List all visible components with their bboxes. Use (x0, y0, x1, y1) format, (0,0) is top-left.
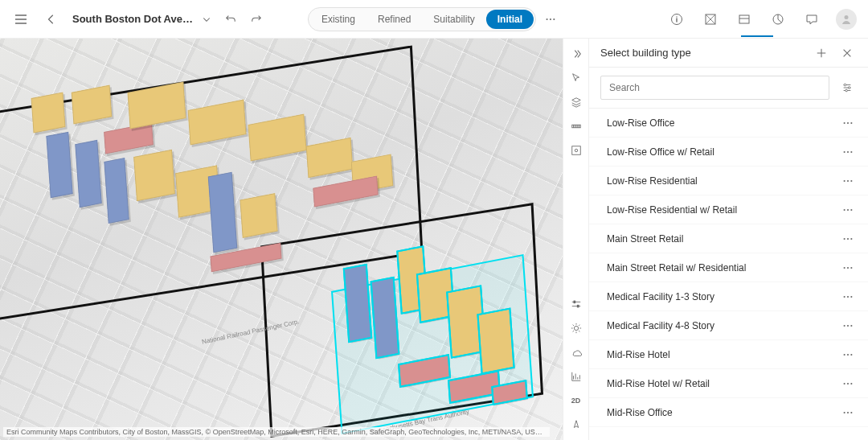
info-icon[interactable] (667, 10, 686, 29)
list-item[interactable]: Main Street Retail (589, 224, 868, 253)
collapse-panel-icon[interactable] (565, 43, 588, 64)
list-item[interactable]: Mid-Rise Office (589, 398, 868, 427)
user-avatar[interactable] (836, 9, 857, 30)
more-icon[interactable] (839, 114, 857, 132)
svg-point-13 (574, 326, 578, 330)
segment-group: Existing Refined Suitability Initial (308, 7, 536, 31)
more-icon[interactable] (839, 143, 857, 161)
close-icon[interactable] (837, 43, 857, 63)
more-icon[interactable] (839, 317, 857, 335)
svg-point-21 (847, 150, 849, 152)
menu-icon[interactable] (11, 10, 31, 29)
building-model[interactable] (75, 140, 102, 208)
svg-rect-5 (739, 15, 749, 23)
redo-icon[interactable] (249, 10, 264, 29)
svg-point-35 (844, 295, 845, 297)
pie-chart-icon[interactable] (768, 10, 788, 29)
svg-point-22 (850, 150, 852, 152)
svg-point-26 (844, 208, 845, 210)
search-input[interactable] (600, 76, 829, 100)
panel-title: Select building type (600, 47, 812, 59)
svg-point-31 (850, 237, 852, 239)
segment-initial[interactable]: Initial (486, 10, 534, 29)
svg-point-41 (844, 353, 845, 355)
list-item[interactable]: Low-Rise Office w/ Retail (589, 138, 868, 167)
map-viewport[interactable]: National Railroad Passenger Corp. Massac… (0, 39, 563, 440)
list-item[interactable]: Low-Rise Residential (589, 167, 868, 195)
building-model-selected[interactable] (479, 310, 514, 373)
view-mode-toggle[interactable]: 2D (565, 390, 588, 411)
svg-point-43 (850, 353, 852, 355)
svg-point-2 (553, 18, 555, 19)
chart-tool-icon[interactable] (565, 366, 588, 387)
svg-point-46 (850, 382, 852, 384)
svg-point-45 (847, 382, 849, 384)
segment-refined[interactable]: Refined (366, 10, 422, 29)
daylight-tool-icon[interactable] (565, 318, 588, 339)
svg-point-27 (847, 208, 849, 210)
comment-icon[interactable] (802, 10, 821, 29)
svg-point-42 (847, 353, 849, 355)
svg-point-23 (844, 179, 845, 181)
svg-point-39 (847, 324, 849, 326)
list-item-label: Low-Rise Residential w/ Retail (607, 204, 839, 216)
plus-icon[interactable] (812, 43, 831, 63)
more-icon[interactable] (839, 201, 857, 219)
list-item[interactable]: Mid-Rise Hotel (589, 340, 868, 369)
building-model[interactable] (46, 132, 72, 199)
scenario-switcher: Existing Refined Suitability Initial (308, 7, 560, 31)
svg-point-0 (547, 18, 548, 19)
svg-point-48 (847, 411, 849, 413)
more-icon[interactable] (839, 288, 857, 306)
svg-point-25 (850, 179, 852, 181)
svg-point-30 (847, 237, 849, 239)
compass-icon[interactable] (565, 414, 588, 435)
back-icon[interactable] (42, 10, 61, 29)
svg-point-37 (850, 295, 852, 297)
sliders-icon[interactable] (837, 78, 857, 97)
list-item[interactable]: Low-Rise Residential w/ Retail (589, 195, 868, 224)
more-icon[interactable] (839, 172, 857, 190)
list-item-label: Medical Facility 1-3 Story (607, 291, 839, 302)
list-item[interactable]: Main Street Retail w/ Residential (589, 253, 868, 282)
segment-existing[interactable]: Existing (310, 10, 366, 29)
list-item[interactable]: Mid-Rise Hotel w/ Retail (589, 369, 868, 398)
segment-more-icon[interactable] (541, 10, 560, 29)
svg-point-24 (847, 179, 849, 181)
chevron-down-icon[interactable] (201, 14, 212, 25)
measure-tool-icon[interactable] (565, 116, 588, 137)
project-title-group[interactable]: South Boston Dot Ave Ge… (72, 13, 212, 25)
building-model[interactable] (133, 150, 175, 202)
list-item-label: Mid-Rise Office (607, 407, 839, 418)
layers-tool-icon[interactable] (565, 92, 588, 113)
list-item-label: Mid-Rise Hotel (607, 349, 839, 360)
svg-point-32 (844, 266, 845, 268)
select-tool-icon[interactable] (565, 68, 588, 88)
building-model[interactable] (31, 92, 66, 133)
svg-point-40 (850, 324, 852, 326)
more-icon[interactable] (839, 346, 857, 364)
search-input-field[interactable] (609, 82, 821, 93)
more-icon[interactable] (839, 259, 857, 277)
list-item[interactable]: Low-Rise Office (589, 109, 868, 138)
more-icon[interactable] (839, 404, 857, 421)
svg-point-10 (575, 149, 578, 152)
undo-icon[interactable] (223, 10, 238, 29)
active-header-tab-indicator (741, 35, 773, 37)
layers-icon[interactable] (701, 10, 720, 29)
list-item[interactable]: Medical Facility 1-3 Story (589, 282, 868, 311)
segment-suitability[interactable]: Suitability (422, 10, 485, 29)
svg-point-28 (850, 208, 852, 210)
building-model[interactable] (104, 158, 129, 224)
slider-tool-icon[interactable] (565, 294, 588, 315)
building-model[interactable] (240, 193, 277, 238)
bookmark-tool-icon[interactable] (565, 140, 588, 161)
more-icon[interactable] (839, 230, 857, 248)
app-header: South Boston Dot Ave Ge… Existing Refine… (0, 0, 868, 39)
more-icon[interactable] (839, 375, 857, 393)
list-item[interactable]: Medical Facility 4-8 Story (589, 311, 868, 340)
app-body: National Railroad Passenger Corp. Massac… (0, 39, 868, 440)
weather-tool-icon[interactable] (565, 342, 588, 363)
table-icon[interactable] (735, 10, 754, 29)
svg-point-7 (845, 15, 849, 19)
